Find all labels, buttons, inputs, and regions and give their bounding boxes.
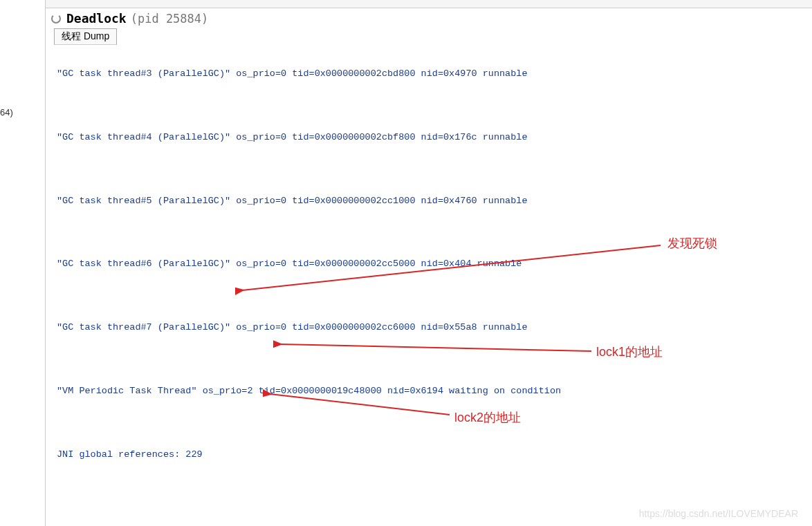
tab-bar	[46, 0, 812, 8]
title-name: Deadlock	[66, 11, 127, 26]
dump-line: "GC task thread#4 (ParallelGC)" os_prio=…	[57, 130, 801, 146]
annotation-lock1: lock1的地址	[596, 344, 663, 360]
dump-line: "VM Periodic Task Thread" os_prio=2 tid=…	[57, 384, 801, 400]
dump-line: "GC task thread#5 (ParallelGC)" os_prio=…	[57, 194, 801, 209]
loading-icon	[51, 14, 61, 24]
main-panel: Deadlock (pid 25884) 线程 Dump "GC task th…	[45, 0, 812, 526]
dump-line: "GC task thread#6 (ParallelGC)" os_prio=…	[57, 256, 801, 272]
sidebar-fragment: 64)	[0, 107, 13, 118]
annotation-deadlock: 发现死锁	[667, 235, 717, 252]
title-pid: (pid 25884)	[131, 12, 209, 26]
thread-dump-content[interactable]: "GC task thread#3 (ParallelGC)" os_prio=…	[46, 45, 812, 526]
dump-line: "GC task thread#7 (ParallelGC)" os_prio=…	[57, 320, 801, 336]
dump-line: JNI global references: 229	[57, 447, 801, 463]
watermark: https://blog.csdn.net/ILOVEMYDEAR	[639, 508, 798, 519]
dump-line: "GC task thread#3 (ParallelGC)" os_prio=…	[57, 66, 801, 82]
tab-thread-dump[interactable]: 线程 Dump	[54, 28, 117, 45]
annotation-lock2: lock2的地址	[454, 409, 521, 426]
title-row: Deadlock (pid 25884)	[46, 8, 812, 28]
